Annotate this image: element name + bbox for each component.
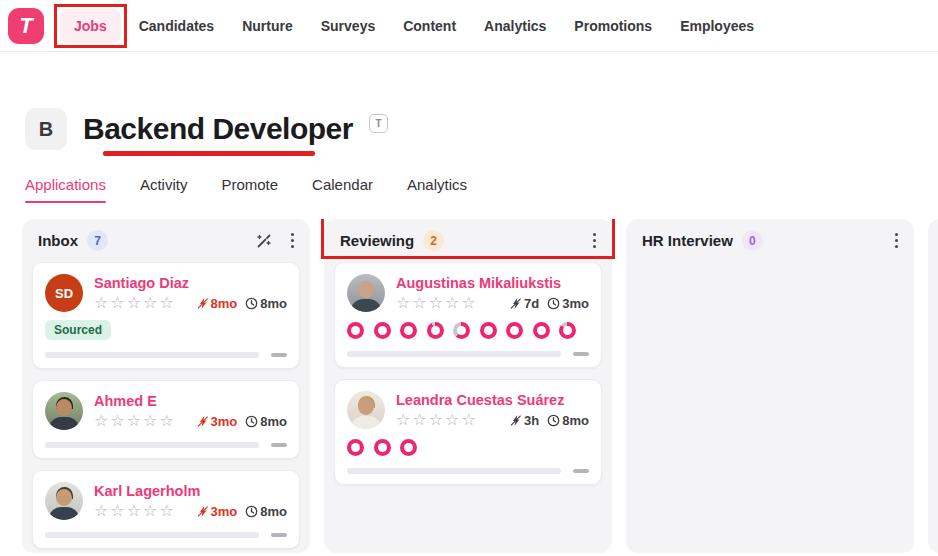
column-count-badge: 0 [742, 230, 763, 251]
candidate-card[interactable]: Karl Lagerholm☆☆☆☆☆3mo8mo [32, 470, 300, 549]
last-activity-label: 8mo [211, 296, 238, 311]
nav-item-analytics[interactable]: Analytics [470, 9, 560, 43]
last-activity: 8mo [197, 296, 238, 311]
rating-stars[interactable]: ☆☆☆☆☆ [396, 294, 478, 312]
pipeline-column-reviewing: Reviewing2Augustinas Mikaliukstis☆☆☆☆☆7d… [324, 219, 612, 553]
job-title-type-icon: T [369, 114, 388, 133]
time-in-stage: 8mo [245, 296, 287, 311]
last-activity-label: 3mo [211, 504, 238, 519]
progress-dash [573, 352, 589, 356]
candidate-card-top: Ahmed E☆☆☆☆☆3mo8mo [45, 392, 287, 430]
progress-ring [347, 439, 364, 456]
annotation-box [54, 4, 127, 48]
column-count-badge: 2 [423, 230, 444, 251]
column-header: HR Interview0 [626, 219, 914, 258]
pipeline-board: Inbox7SDSantiago Diaz☆☆☆☆☆8mo8moSourcedA… [0, 219, 938, 553]
avatar [45, 482, 83, 520]
candidate-card-top: Augustinas Mikaliukstis☆☆☆☆☆7d3mo [347, 274, 589, 312]
avatar-shirt [351, 299, 381, 312]
nav-item-surveys[interactable]: Surveys [307, 9, 389, 43]
progress-ring [506, 322, 523, 339]
app-logo[interactable]: T [8, 8, 44, 44]
top-nav: T JobsCandidatesNurtureSurveysContentAna… [0, 0, 938, 52]
kebab-menu-icon[interactable] [289, 231, 296, 250]
progress-ring [559, 322, 576, 339]
progress-dash [271, 353, 287, 357]
progress-ring [400, 439, 417, 456]
avatar-head [56, 399, 72, 416]
job-avatar: B [25, 108, 67, 150]
rating-stars[interactable]: ☆☆☆☆☆ [94, 502, 176, 520]
stage-progress-bar [45, 442, 259, 448]
last-activity: 3mo [197, 414, 238, 429]
stage-progress-bar [45, 352, 259, 358]
column-title: Reviewing [340, 232, 414, 249]
tab-analytics[interactable]: Analytics [407, 176, 467, 203]
last-activity: 3h [510, 413, 539, 428]
pipeline-column-inbox: Inbox7SDSantiago Diaz☆☆☆☆☆8mo8moSourcedA… [22, 219, 310, 553]
candidate-card-top: Leandra Cuestas Suárez☆☆☆☆☆3h8mo [347, 391, 589, 429]
scorecard-rings [347, 439, 589, 456]
last-activity-label: 7d [524, 296, 539, 311]
tab-promote[interactable]: Promote [221, 176, 278, 203]
time-in-stage: 3mo [547, 296, 589, 311]
column-header-icons [255, 231, 296, 250]
column-header-icons [893, 231, 900, 250]
avatar-head [56, 489, 72, 506]
kebab-menu-icon[interactable] [893, 231, 900, 250]
candidate-card[interactable]: Ahmed E☆☆☆☆☆3mo8mo [32, 380, 300, 459]
candidate-card[interactable]: SDSantiago Diaz☆☆☆☆☆8mo8moSourced [32, 262, 300, 369]
progress-ring [374, 322, 391, 339]
tag-row: Sourced [45, 320, 287, 340]
last-activity-label: 3h [524, 413, 539, 428]
nav-item-jobs[interactable]: Jobs [60, 9, 121, 43]
candidate-card-top: SDSantiago Diaz☆☆☆☆☆8mo8mo [45, 274, 287, 312]
nav-item-nurture[interactable]: Nurture [228, 9, 307, 43]
nav-item-candidates[interactable]: Candidates [125, 9, 228, 43]
candidate-name: Karl Lagerholm [94, 482, 287, 500]
kebab-menu-icon[interactable] [591, 231, 598, 250]
candidate-name: Santiago Diaz [94, 274, 287, 292]
pipeline-column-partial [928, 219, 938, 553]
progress-ring [374, 439, 391, 456]
progress-ring [427, 322, 444, 339]
tab-activity[interactable]: Activity [140, 176, 188, 203]
time-in-stage: 8mo [547, 413, 589, 428]
tab-applications[interactable]: Applications [25, 176, 106, 203]
candidate-card-top: Karl Lagerholm☆☆☆☆☆3mo8mo [45, 482, 287, 520]
column-count-badge: 7 [87, 230, 108, 251]
candidate-card[interactable]: Leandra Cuestas Suárez☆☆☆☆☆3h8mo [334, 379, 602, 485]
candidate-meta: 3mo8mo [197, 414, 287, 429]
stage-progress-bar [45, 532, 259, 538]
page-title: Backend Developer [83, 108, 353, 150]
nav-item-promotions[interactable]: Promotions [560, 9, 666, 43]
tab-calendar[interactable]: Calendar [312, 176, 373, 203]
progress-ring [480, 322, 497, 339]
progress-ring [533, 322, 550, 339]
column-header: Inbox7 [22, 219, 310, 258]
nav-item-content[interactable]: Content [389, 9, 470, 43]
rating-stars[interactable]: ☆☆☆☆☆ [94, 412, 176, 430]
magic-wand-icon[interactable] [255, 232, 273, 250]
nav-item-employees[interactable]: Employees [666, 9, 768, 43]
time-in-stage: 8mo [245, 414, 287, 429]
job-header: B Backend Developer T [0, 52, 938, 150]
time-in-stage-label: 8mo [260, 504, 287, 519]
time-in-stage-label: 8mo [260, 414, 287, 429]
rating-stars[interactable]: ☆☆☆☆☆ [396, 411, 478, 429]
candidate-meta: 3mo8mo [197, 504, 287, 519]
candidate-meta: 3h8mo [510, 413, 589, 428]
progress-dash [271, 443, 287, 447]
column-header: Reviewing2 [324, 219, 612, 258]
progress-ring [400, 322, 417, 339]
candidate-card[interactable]: Augustinas Mikaliukstis☆☆☆☆☆7d3mo [334, 262, 602, 368]
pipeline-column-hr-interview: HR Interview0 [626, 219, 914, 553]
rating-stars[interactable]: ☆☆☆☆☆ [94, 294, 176, 312]
column-title: Inbox [38, 232, 78, 249]
avatar [347, 274, 385, 312]
job-tabs: ApplicationsActivityPromoteCalendarAnaly… [0, 150, 938, 203]
progress-dash [573, 469, 589, 473]
app-logo-letter: T [19, 13, 32, 39]
time-in-stage-label: 8mo [260, 296, 287, 311]
avatar [347, 391, 385, 429]
